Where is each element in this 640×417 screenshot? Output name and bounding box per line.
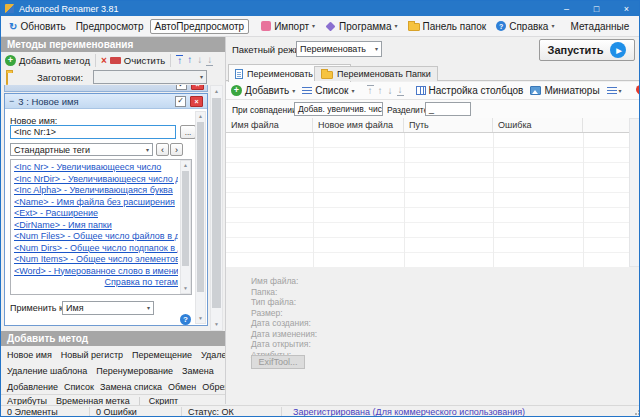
tag-link-incalpha[interactable]: <Inc Alpha> - Увеличивающаяся буква (14, 185, 178, 197)
move-up-button[interactable]: ↑ (186, 55, 193, 65)
scrollbar-thumb[interactable] (182, 171, 189, 266)
file-up-button[interactable]: ↑ (377, 86, 384, 96)
tag-link-incnr[interactable]: <Inc Nr> - Увеличивающееся число (14, 162, 178, 174)
refresh-button[interactable]: ↻ Обновить (5, 19, 70, 34)
file-to-top-button[interactable]: ↑ (367, 85, 374, 96)
new-name-input[interactable]: <Inc Nr:1> (10, 125, 176, 139)
column-header-path[interactable]: Путь (404, 118, 493, 132)
resize-grip[interactable] (635, 413, 637, 415)
method-link-replace[interactable]: Замена (182, 366, 214, 376)
column-divider (583, 133, 584, 267)
collision-select[interactable]: Добав. увеличив. число ▾ (294, 102, 383, 116)
file-down-button[interactable]: ↓ (387, 86, 394, 96)
tag-next-button[interactable]: › (170, 143, 183, 156)
folder-panel-button[interactable]: Панель папок (404, 19, 491, 34)
preview-button[interactable]: Предпросмотр (72, 19, 148, 34)
apply-to-select[interactable]: Имя ▾ (62, 301, 154, 315)
thumbnails-button[interactable]: Миниатюры (528, 85, 601, 96)
method-link-renumber[interactable]: Перенумерование (96, 366, 173, 376)
tag-link-numfiles[interactable]: <Num Files> - Общее число файлов в дирек… (14, 231, 178, 243)
toolbar-separator (95, 54, 96, 67)
open-preset-icon[interactable] (6, 72, 8, 85)
presets-select[interactable]: ▾ (93, 70, 207, 84)
gps-values-button[interactable]: Значения GPS (634, 85, 640, 96)
tab-rename-folders[interactable]: Переименовать Папки (314, 66, 438, 81)
tag-link-word[interactable]: <Word> - Нумерованное слово в имени файл… (14, 266, 178, 278)
tag-category-select[interactable]: Стандартные теги ▾ (10, 143, 153, 156)
method-link-remove-pattern[interactable]: Удаление шаблона (7, 366, 87, 376)
collapsed-method-bar[interactable]: ✓ × (4, 85, 208, 92)
method-link-list-replace[interactable]: Замена списка (100, 382, 162, 392)
minimize-button[interactable]: – (554, 1, 579, 16)
tag-link-numitems[interactable]: <Num Items> - Общее число элементов в сп… (14, 254, 178, 266)
metadata-button[interactable]: Метаданные (566, 19, 633, 34)
methods-toolbar: + Добавить метод × Очистить ↑ ↑ ↓ ↓ (1, 52, 226, 68)
collision-row: При совпадении имен: Добав. увеличив. чи… (226, 100, 639, 118)
scroll-up-icon[interactable]: ▲ (196, 112, 205, 121)
new-name-value: <Inc Nr:1> (14, 127, 56, 137)
method-header[interactable]: − 3 : Новое имя ✓ × (5, 94, 207, 109)
maximize-button[interactable]: □ (584, 1, 609, 16)
add-files-label: Добавить (245, 85, 289, 96)
close-method-icon[interactable]: × (191, 85, 204, 90)
scroll-down-icon[interactable]: ▼ (211, 320, 222, 329)
tag-prev-button[interactable]: ‹ (156, 143, 169, 156)
column-header-filename[interactable]: Имя файла (226, 118, 313, 132)
move-to-bottom-button[interactable]: ↓ (206, 55, 213, 66)
browse-button[interactable]: ... (180, 125, 196, 139)
tag-link-name[interactable]: <Name> - Имя файла без расширения (14, 197, 178, 209)
columns-setup-button[interactable]: Настройка столбцов (414, 85, 526, 96)
scroll-down-icon[interactable]: ▼ (181, 284, 190, 293)
start-batch-button[interactable]: Запустить ▶ (539, 39, 635, 61)
program-button[interactable]: Программа ▾ (321, 19, 401, 34)
remove-method-icon[interactable]: × (101, 55, 107, 66)
method-help-icon[interactable]: ? (180, 314, 191, 325)
collapse-icon[interactable]: − (9, 96, 14, 106)
tag-link-ext[interactable]: <Ext> - Расширение (14, 208, 178, 220)
help-button[interactable]: ? Справка ▾ (492, 19, 558, 34)
method-link-new-case[interactable]: Новый регистр (61, 350, 123, 360)
method-link-swap[interactable]: Обмен (168, 382, 196, 392)
method-scrollbar[interactable]: ▲ ▼ (195, 111, 206, 324)
file-table-body[interactable] (226, 133, 629, 267)
add-files-button[interactable]: + Добавить ▾ (229, 85, 297, 96)
list-button[interactable]: Список ▾ (300, 85, 356, 96)
move-down-button[interactable]: ↓ (196, 55, 203, 65)
method-link-move[interactable]: Перемещение (132, 350, 192, 360)
license-link[interactable]: Зарегистрирована (Для коммерческого испо… (293, 407, 525, 417)
move-to-top-button[interactable]: ↑ (176, 55, 183, 66)
import-button[interactable]: Импорт ▾ (257, 19, 319, 34)
tag-link-incnrdir[interactable]: <Inc NrDir> - Увеличивающееся число для … (14, 174, 178, 186)
view-options-button[interactable]: ▾ (605, 87, 624, 95)
close-method-icon[interactable]: × (190, 96, 203, 107)
method-link-list[interactable]: Список (64, 382, 94, 392)
file-table-scrollbar[interactable] (629, 118, 640, 267)
tag-list-scrollbar[interactable]: ▲ ▼ (180, 160, 191, 294)
autopreview-toggle[interactable]: АвтоПредпросмотр (150, 19, 250, 34)
scrollbar-thumb[interactable] (197, 122, 204, 292)
tag-link-dirname[interactable]: <DirName> - Имя папки (14, 220, 178, 232)
method-enabled-checkbox[interactable]: ✓ (175, 96, 186, 107)
info-label-created: Дата создания: (251, 318, 317, 329)
scroll-up-icon[interactable]: ▲ (211, 87, 222, 96)
close-button[interactable]: × (614, 1, 639, 16)
scroll-down-icon[interactable]: ▼ (196, 314, 205, 323)
tags-help-link[interactable]: Справка по тегам (14, 277, 178, 289)
map-pin-icon (636, 85, 640, 96)
method-checkbox[interactable]: ✓ (176, 85, 187, 90)
scrollbar-thumb[interactable] (212, 98, 221, 308)
tag-link-numdirs[interactable]: <Num Dirs> - Общее число подпапок в дире… (14, 243, 178, 255)
batch-mode-select[interactable]: Переименовать ▾ (296, 41, 382, 57)
method-link-add[interactable]: Добавление (7, 382, 58, 392)
column-header-error[interactable]: Ошибка (493, 118, 583, 132)
add-method-button[interactable]: + Добавить метод (5, 55, 90, 66)
separator-input[interactable]: _ (425, 102, 471, 116)
methods-panel-scrollbar[interactable]: ▲ ▼ (210, 85, 223, 331)
file-info-panel: Имя файла: Папка: Тип файла: Размер: Дат… (226, 267, 639, 404)
column-header-empty (583, 118, 629, 132)
file-to-bottom-button[interactable]: ↓ (397, 85, 404, 96)
scroll-up-icon[interactable]: ▲ (181, 161, 190, 170)
column-header-new-filename[interactable]: Новое имя файла (313, 118, 404, 132)
clear-methods-button[interactable]: Очистить (110, 55, 165, 66)
method-link-new-name[interactable]: Новое имя (7, 350, 52, 360)
